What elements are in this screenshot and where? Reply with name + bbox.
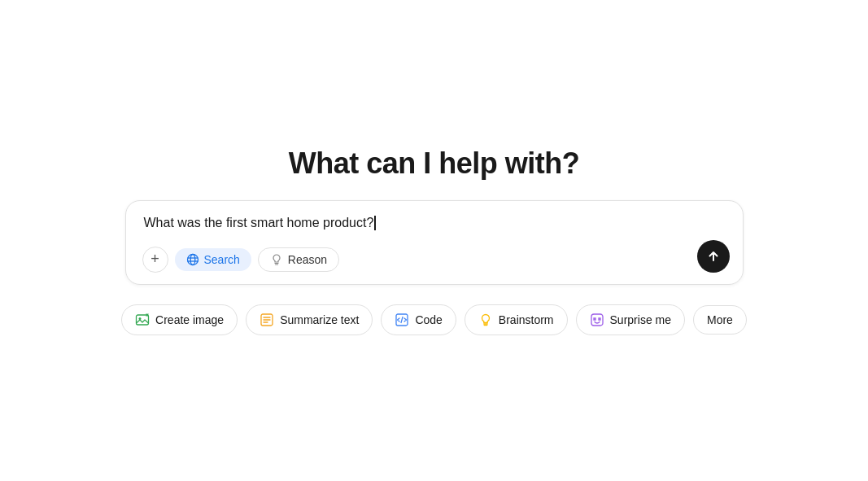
- more-chip[interactable]: More: [693, 305, 747, 335]
- main-container: What can I help with? What was the first…: [0, 146, 868, 335]
- create-image-chip[interactable]: Create image: [121, 304, 238, 335]
- svg-point-1: [190, 254, 195, 265]
- text-cursor: [374, 216, 376, 230]
- svg-rect-16: [591, 314, 603, 326]
- action-chips-container: Create image Summarize text: [121, 304, 747, 335]
- brainstorm-chip[interactable]: Brainstorm: [465, 304, 568, 335]
- arrow-up-icon: [706, 249, 721, 264]
- svg-line-13: [401, 317, 403, 322]
- svg-rect-6: [137, 315, 149, 325]
- code-chip[interactable]: Code: [381, 304, 456, 335]
- search-label: Search: [204, 253, 240, 266]
- add-attachment-button[interactable]: +: [142, 247, 168, 273]
- reason-label: Reason: [288, 253, 327, 266]
- globe-icon: [186, 253, 199, 266]
- reason-bulb-icon: [270, 253, 283, 266]
- page-title: What can I help with?: [289, 146, 580, 181]
- surprise-icon: [590, 313, 604, 327]
- plus-icon: +: [150, 251, 159, 268]
- search-button[interactable]: Search: [175, 248, 251, 271]
- create-image-label: Create image: [155, 313, 224, 326]
- input-toolbar: + Search Reason: [142, 247, 726, 273]
- summarize-text-chip[interactable]: Summarize text: [246, 304, 373, 335]
- surprise-me-label: Surprise me: [610, 313, 671, 326]
- brainstorm-label: Brainstorm: [499, 313, 554, 326]
- input-typed-text: What was the first smart home product?: [144, 216, 374, 230]
- summarize-icon: [260, 313, 274, 327]
- surprise-me-chip[interactable]: Surprise me: [576, 304, 685, 335]
- submit-button[interactable]: [697, 240, 730, 273]
- input-text-value: What was the first smart home product?: [142, 216, 726, 235]
- code-icon: [395, 313, 409, 327]
- bulb-chip-icon: [478, 313, 493, 327]
- more-label: More: [707, 313, 733, 326]
- summarize-text-label: Summarize text: [280, 313, 359, 326]
- code-label: Code: [415, 313, 442, 326]
- input-box: What was the first smart home product? +…: [125, 200, 744, 285]
- image-icon: [135, 313, 150, 327]
- svg-point-0: [187, 254, 198, 265]
- reason-button[interactable]: Reason: [258, 247, 339, 272]
